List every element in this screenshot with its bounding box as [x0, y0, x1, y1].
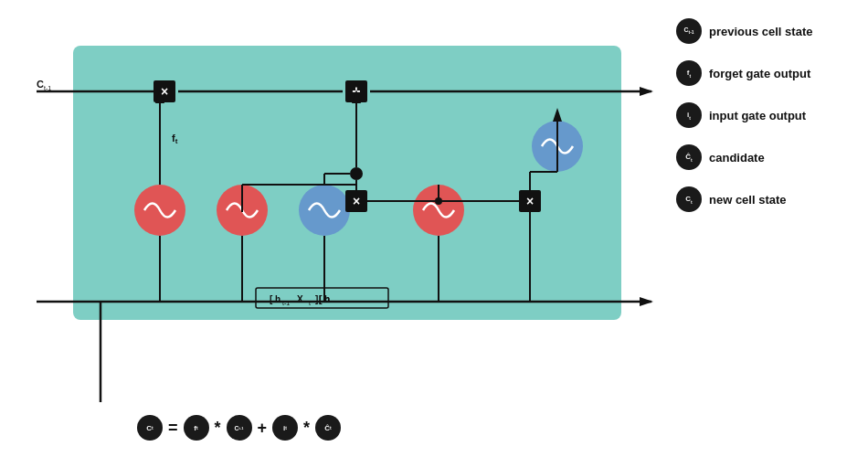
legend-circle-candidate: Ĉt — [676, 144, 702, 170]
formula: Ct = ft * Ct-1 + it * Ĉt — [137, 415, 341, 441]
diagram-svg: × + ft × × — [18, 18, 676, 402]
legend-circle-forget: ft — [676, 60, 702, 86]
svg-text:×: × — [353, 194, 360, 208]
legend-label-forget: forget gate output — [709, 67, 810, 80]
formula-plus: + — [258, 419, 268, 438]
legend-item-forget: ft forget gate output — [676, 60, 859, 86]
legend-circle-input: it — [676, 102, 702, 128]
legend-label-new: new cell state — [709, 193, 787, 207]
formula-ct: Ct — [137, 415, 163, 441]
formula-ft: ft — [184, 415, 209, 441]
formula-ct-prev: Ct-1 — [227, 415, 252, 441]
legend-label-prev: previous cell state — [709, 25, 812, 38]
svg-marker-38 — [553, 108, 562, 122]
svg-text:[ h: [ h — [319, 294, 330, 304]
formula-c-hat: Ĉt — [315, 415, 341, 441]
legend: Ct-1 previous cell state ft forget gate … — [676, 18, 859, 228]
svg-point-17 — [350, 167, 363, 180]
legend-label-candidate: candidate — [709, 151, 765, 165]
svg-text:X: X — [297, 294, 303, 304]
svg-text:ft: ft — [172, 133, 178, 145]
legend-item-input: it input gate output — [676, 102, 859, 128]
svg-text:t-1: t-1 — [282, 300, 290, 306]
svg-text:C: C — [37, 79, 44, 90]
legend-item-new-cell: Ct new cell state — [676, 186, 859, 212]
legend-label-input: input gate output — [709, 109, 806, 122]
svg-text:[ h: [ h — [270, 294, 281, 304]
formula-equals: = — [168, 419, 178, 438]
formula-mult1: * — [215, 419, 221, 438]
formula-it: it — [272, 415, 298, 441]
svg-text:t: t — [309, 300, 311, 306]
legend-item-candidate: Ĉt candidate — [676, 144, 859, 170]
svg-marker-6 — [640, 297, 653, 306]
legend-circle-new: Ct — [676, 186, 702, 212]
formula-mult2: * — [303, 419, 310, 438]
lstm-diagram: × + ft × × — [18, 18, 676, 402]
svg-text:×: × — [526, 194, 534, 208]
svg-text:t-1: t-1 — [44, 85, 51, 91]
svg-text:]: ] — [315, 294, 318, 304]
legend-circle-prev: Ct-1 — [676, 18, 702, 44]
legend-item-prev-cell: Ct-1 previous cell state — [676, 18, 859, 44]
